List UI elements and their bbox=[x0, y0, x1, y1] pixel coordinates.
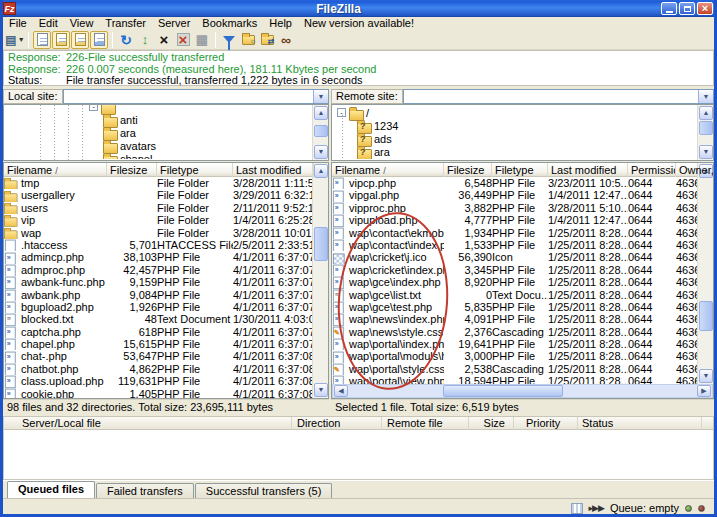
table-row[interactable]: »wap\contact\ekmobile.php1,934PHP File1/… bbox=[332, 227, 697, 239]
tab-successful-transfers-5[interactable]: Successful transfers (5) bbox=[195, 483, 333, 499]
scroll-left-icon[interactable]: ◀ bbox=[334, 385, 348, 397]
scroll-thumb[interactable] bbox=[443, 385, 563, 397]
tree-item--[interactable]: -/ bbox=[333, 106, 697, 119]
toggle-local-tree-button[interactable] bbox=[52, 31, 70, 49]
queue-column-priority[interactable]: Priority bbox=[526, 417, 578, 430]
tab-failed-transfers[interactable]: Failed transfers bbox=[96, 483, 194, 499]
tree-item-avatars[interactable]: ?avatars bbox=[333, 158, 697, 159]
chevron-down-icon[interactable]: ▼ bbox=[698, 90, 713, 103]
menu-item-bookmarks[interactable]: Bookmarks bbox=[196, 17, 263, 30]
tree-item-ads[interactable]: ?ads bbox=[333, 132, 697, 145]
tree-item-avatars[interactable]: avatars bbox=[5, 139, 312, 152]
tree-item-ara[interactable]: ara bbox=[5, 126, 312, 139]
column-header-owner[interactable]: Owner, bbox=[676, 163, 714, 177]
chevron-down-icon[interactable]: ▼ bbox=[313, 90, 328, 103]
table-row[interactable]: ✎wap\news\style.css2,376Cascading ...1/2… bbox=[332, 326, 697, 338]
queue-column-server-local-file[interactable]: Server/Local file bbox=[22, 417, 292, 430]
table-row[interactable]: »wap\gce\index.php8,920PHP File1/25/2011… bbox=[332, 276, 697, 288]
queue-column-remote-file[interactable]: Remote file bbox=[387, 417, 469, 430]
scroll-down-icon[interactable]: ▼ bbox=[699, 369, 713, 383]
table-row[interactable]: wap\cricket\j.ico56,390Icon1/25/2011 8:2… bbox=[332, 251, 697, 263]
restore-button[interactable] bbox=[679, 2, 695, 15]
table-row[interactable]: usersFile Folder2/11/2011 9:52:16 PM bbox=[4, 202, 312, 214]
remote-site-combo[interactable]: ▼ bbox=[403, 89, 714, 104]
disconnect-button[interactable]: × bbox=[174, 31, 192, 49]
scroll-right-icon[interactable]: ▶ bbox=[697, 385, 711, 397]
queue-column-direction[interactable]: Direction bbox=[297, 417, 382, 430]
column-header-last-modified[interactable]: Last modified bbox=[548, 163, 628, 177]
table-row[interactable]: ≡blocked.txt48Text Document1/30/2011 4:0… bbox=[4, 313, 312, 325]
minimize-button[interactable] bbox=[661, 2, 677, 15]
scroll-down-icon[interactable]: ▼ bbox=[699, 145, 713, 159]
table-row[interactable]: »wap\news\index.php4,091PHP File1/25/201… bbox=[332, 313, 697, 325]
table-row[interactable]: .htaccess5,701HTACCESS File2/5/2011 2:33… bbox=[4, 239, 312, 251]
column-header-filesize[interactable]: Filesize bbox=[444, 163, 492, 177]
table-row[interactable]: »awbank.php9,084PHP File4/1/2011 6:37:07… bbox=[4, 289, 312, 301]
table-row[interactable]: »wap\portal\moduls\head...3,000PHP File1… bbox=[332, 350, 697, 362]
local-tree-scrollbar[interactable]: ▲ ▼ bbox=[312, 105, 328, 160]
column-header-last-modified[interactable]: Last modified bbox=[233, 163, 314, 177]
table-row[interactable]: »cookie.php1,405PHP File4/1/2011 6:37:08… bbox=[4, 388, 312, 398]
menu-item-new-version-available[interactable]: New version available! bbox=[298, 17, 420, 30]
expander-minus-icon[interactable]: - bbox=[89, 104, 98, 111]
menu-item-view[interactable]: View bbox=[64, 17, 100, 30]
scroll-thumb[interactable] bbox=[314, 227, 328, 261]
table-row[interactable]: »wap\contact\index.php1,533PHP File1/25/… bbox=[332, 239, 697, 251]
toggle-transfer-queue-button[interactable] bbox=[90, 31, 108, 49]
reconnect-button[interactable]: ▦ bbox=[193, 31, 211, 49]
tree-item-ara[interactable]: ?ara bbox=[333, 145, 697, 158]
table-row[interactable]: »vipcp.php6,548PHP File3/23/2011 10:5...… bbox=[332, 177, 697, 189]
find-files-button[interactable]: ∞ bbox=[277, 31, 295, 49]
queue-column-size[interactable]: Size bbox=[474, 417, 514, 430]
scroll-down-icon[interactable]: ▼ bbox=[314, 145, 328, 159]
table-row[interactable]: vipFile Folder1/4/2011 6:25:28 PM bbox=[4, 214, 312, 226]
directory-comparison-button[interactable]: ○ bbox=[239, 31, 257, 49]
local-site-combo[interactable]: ▼ bbox=[63, 89, 329, 104]
remote-tree-scrollbar[interactable]: ▲ ▼ bbox=[697, 105, 713, 160]
scroll-down-icon[interactable]: ▼ bbox=[314, 383, 328, 397]
menu-item-edit[interactable]: Edit bbox=[33, 17, 64, 30]
table-row[interactable]: »awbank-func.php9,159PHP File4/1/2011 6:… bbox=[4, 276, 312, 288]
site-manager-button[interactable]: ▤▼ bbox=[6, 31, 24, 49]
refresh-button[interactable]: ↻ bbox=[117, 31, 135, 49]
filter-button[interactable] bbox=[220, 31, 238, 49]
table-row[interactable]: »class.upload.php119,631PHP File4/1/2011… bbox=[4, 375, 312, 387]
table-row[interactable]: »wap\portal\index.php19,641PHP File1/25/… bbox=[332, 338, 697, 350]
tree-item-anti[interactable]: anti bbox=[5, 113, 312, 126]
table-row[interactable]: »chatbot.php4,862PHP File4/1/2011 6:37:0… bbox=[4, 363, 312, 375]
table-row[interactable]: usergalleryFile Folder3/29/2011 6:32:15 … bbox=[4, 189, 312, 201]
transfer-arrows-icon[interactable]: ▸▶▶ bbox=[589, 503, 604, 513]
tree-item-chanel[interactable]: chanel bbox=[5, 152, 312, 159]
process-queue-button[interactable]: ↕ bbox=[136, 31, 154, 49]
column-header-filename[interactable]: Filename/ bbox=[332, 163, 444, 177]
tree-item-1234[interactable]: ?1234 bbox=[333, 119, 697, 132]
table-row[interactable]: »vipgal.php36,449PHP File1/4/2011 12:47.… bbox=[332, 189, 697, 201]
table-row[interactable]: »captcha.php618PHP File4/1/2011 6:37:07 … bbox=[4, 326, 312, 338]
toggle-message-log-button[interactable] bbox=[33, 31, 51, 49]
table-row[interactable]: »vipupload.php4,777PHP File1/4/2011 12:4… bbox=[332, 214, 697, 226]
menu-item-file[interactable]: File bbox=[3, 17, 33, 30]
tree-item[interactable]: - bbox=[5, 104, 312, 113]
column-header-filetype[interactable]: Filetype bbox=[157, 163, 233, 177]
column-header-filename[interactable]: Filename/ bbox=[4, 163, 107, 177]
transfer-queue-body[interactable] bbox=[3, 430, 714, 480]
remote-list-hscrollbar[interactable]: ◀ ▶ bbox=[332, 384, 713, 398]
table-row[interactable]: ✎wap\portal\style.css2,538Cascading ...1… bbox=[332, 363, 697, 375]
cancel-operation-button[interactable]: × bbox=[155, 31, 173, 49]
synchronized-browsing-button[interactable]: ⇄ bbox=[258, 31, 276, 49]
local-list-scrollbar[interactable]: ▲ ▼ bbox=[312, 163, 328, 398]
scroll-up-icon[interactable]: ▲ bbox=[699, 106, 713, 120]
table-row[interactable]: wapFile Folder3/28/2011 10:01:0... bbox=[4, 227, 312, 239]
remote-list-scrollbar[interactable]: ▲ ▼ bbox=[697, 163, 713, 384]
scroll-thumb[interactable] bbox=[699, 301, 713, 331]
queue-view-icon[interactable] bbox=[571, 503, 583, 514]
table-row[interactable]: »vipproc.php3,882PHP File3/28/2011 5:10.… bbox=[332, 202, 697, 214]
scroll-thumb[interactable] bbox=[699, 121, 713, 135]
menu-item-transfer[interactable]: Transfer bbox=[99, 17, 152, 30]
scroll-up-icon[interactable]: ▲ bbox=[314, 106, 328, 120]
table-row[interactable]: tmpFile Folder3/28/2011 1:11:50 PM bbox=[4, 177, 312, 189]
table-row[interactable]: »wap\cricket\index.php3,345PHP File1/25/… bbox=[332, 264, 697, 276]
close-button[interactable]: × bbox=[697, 2, 713, 15]
tab-queued-files[interactable]: Queued files bbox=[7, 481, 95, 498]
table-row[interactable]: »wap\gce\test.php5,835PHP File1/25/2011 … bbox=[332, 301, 697, 313]
